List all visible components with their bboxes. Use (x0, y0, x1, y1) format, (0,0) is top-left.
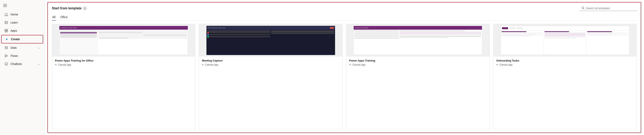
search-box[interactable] (580, 6, 637, 11)
tabs-row: All Office (52, 14, 637, 21)
tab-office[interactable]: Office (60, 14, 68, 21)
sidebar-item-apps[interactable]: Apps (1, 27, 43, 35)
section-title-group: Start from template ℹ (52, 7, 86, 10)
svg-rect-1 (3, 5, 7, 6)
sidebar-item-chatbots-label: Chatbots (10, 62, 22, 66)
card-info-1: Power Apps Training for Office ✏ Canvas … (52, 57, 195, 69)
sidebar-item-create[interactable]: + Create (1, 35, 43, 43)
main-content: Start from template ℹ All Office (44, 0, 644, 135)
svg-point-13 (5, 56, 6, 57)
svg-point-16 (7, 64, 7, 64)
card-info-4: Onboarding Tasks ✏ Canvas app (494, 57, 636, 69)
card-type-3: ✏ Canvas app (349, 63, 486, 66)
data-chevron-icon: ⌄ (38, 46, 40, 49)
section-header: Start from template ℹ (52, 6, 637, 11)
template-card-1[interactable]: PowerApps Training for Office (52, 24, 195, 129)
svg-rect-8 (5, 31, 6, 32)
pencil-icon-3: ✏ (349, 63, 351, 66)
sidebar-item-learn[interactable]: Learn (1, 19, 43, 26)
sidebar-item-learn-label: Learn (10, 21, 18, 24)
sidebar-item-home-label: Home (10, 13, 18, 16)
apps-icon (4, 29, 8, 33)
sidebar-item-flows[interactable]: Flows (1, 52, 43, 60)
svg-rect-14 (5, 63, 8, 65)
template-section: Start from template ℹ All Office (48, 2, 641, 133)
card-info-2: Meeting Capture ✏ Canvas app (199, 57, 342, 69)
sidebar-item-chatbots[interactable]: Chatbots ⌄ (1, 60, 43, 68)
card-info-3: Power Apps Training ✏ Canvas app (346, 57, 490, 69)
info-icon[interactable]: ℹ (83, 7, 86, 10)
tab-all[interactable]: All (52, 14, 56, 21)
card-title-1: Power Apps Training for Office (55, 59, 192, 62)
svg-line-18 (584, 9, 584, 9)
hamburger-menu[interactable] (0, 2, 44, 10)
svg-rect-9 (6, 31, 8, 32)
pencil-icon-2: ✏ (202, 63, 204, 66)
svg-point-15 (6, 64, 6, 64)
cards-row: PowerApps Training for Office (52, 24, 637, 129)
card-title-4: Onboarding Tasks (496, 59, 634, 62)
chatbots-icon (4, 62, 8, 66)
card-title-2: Meeting Capture (202, 59, 339, 62)
pencil-icon-4: ✏ (496, 63, 498, 66)
template-card-4[interactable]: Onboarding Tasks ✏ Canvas app (493, 24, 637, 129)
learn-icon (4, 21, 8, 24)
card-type-4: ✏ Canvas app (496, 63, 634, 66)
card-preview-1: PowerApps Training for Office (52, 24, 195, 57)
section-title-text: Start from template (52, 7, 82, 10)
create-plus-icon: + (5, 37, 8, 41)
flows-icon (4, 54, 8, 58)
sidebar-item-home[interactable]: Home (1, 11, 43, 18)
chatbots-chevron-icon: ⌄ (38, 63, 40, 65)
search-icon (582, 7, 584, 10)
svg-point-10 (5, 47, 8, 48)
svg-rect-7 (6, 29, 8, 31)
svg-rect-6 (5, 29, 6, 31)
card-type-1: ✏ Canvas app (55, 63, 192, 66)
sidebar-item-data-label: Data (10, 46, 16, 49)
sidebar-item-apps-label: Apps (10, 29, 17, 32)
template-card-3[interactable]: PowerApps Training (PA) App (346, 24, 490, 129)
home-icon (4, 13, 8, 16)
template-card-2[interactable]: Publish a sample app - working session U… (199, 24, 342, 129)
svg-point-12 (7, 55, 8, 56)
sidebar-item-create-label: Create (11, 38, 20, 41)
card-title-3: Power Apps Training (349, 59, 486, 62)
card-preview-2: Publish a sample app - working session U… (199, 24, 342, 57)
sidebar-item-flows-label: Flows (10, 54, 18, 57)
svg-rect-0 (3, 4, 7, 5)
svg-rect-2 (3, 7, 7, 7)
svg-point-11 (5, 55, 6, 56)
data-icon (4, 46, 8, 50)
pencil-icon-1: ✏ (55, 63, 57, 66)
card-preview-4 (494, 24, 636, 57)
card-preview-3: PowerApps Training (PA) App (346, 24, 490, 57)
svg-rect-3 (5, 21, 8, 24)
sidebar: Home Learn Apps + Create (0, 0, 44, 135)
card-type-2: ✏ Canvas app (202, 63, 339, 66)
search-input[interactable] (586, 7, 631, 10)
sidebar-item-data[interactable]: Data ⌄ (1, 44, 43, 52)
